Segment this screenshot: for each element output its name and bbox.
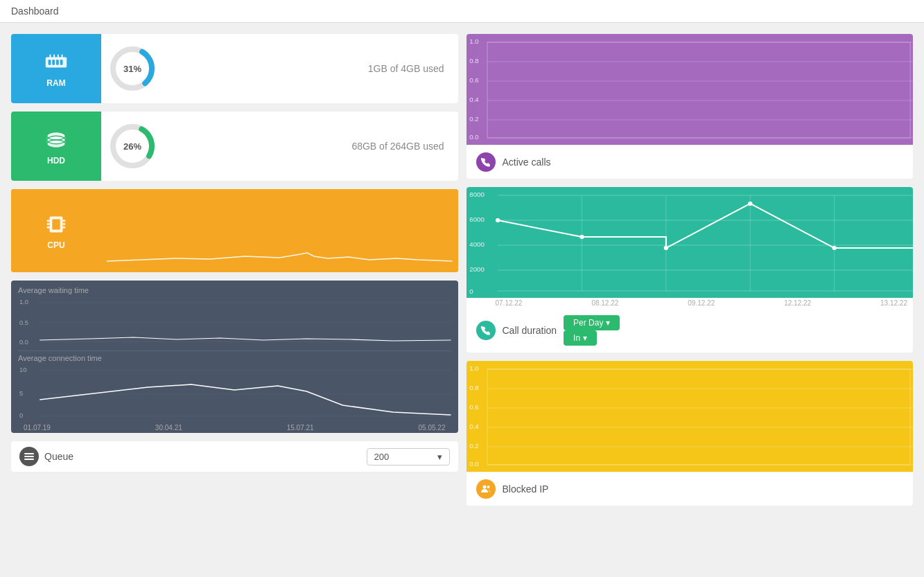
svg-text:1.0: 1.0: [469, 38, 478, 45]
svg-rect-4: [60, 60, 63, 65]
in-chevron: ▾: [583, 333, 587, 343]
users-icon: [480, 483, 491, 495]
svg-rect-26: [63, 223, 66, 225]
in-select[interactable]: In ▾: [564, 330, 597, 346]
cd-x5: 13.12.22: [880, 299, 907, 307]
queue-label-section: Queue: [19, 447, 367, 466]
per-day-label: Per Day: [573, 318, 603, 328]
connection-chart-svg: 10 5 0: [18, 365, 451, 420]
svg-rect-6: [53, 55, 55, 59]
right-column: 1.0 0.8 0.6 0.4 0.2 0.0: [467, 34, 914, 506]
svg-point-74: [832, 246, 836, 250]
ram-percent: 31%: [123, 64, 141, 74]
cd-x2: 08.12.22: [591, 299, 618, 307]
cd-x1: 07.12.22: [496, 299, 523, 307]
cpu-chart-svg: [107, 211, 453, 267]
x-label-3: 15.07.21: [287, 424, 314, 432]
svg-rect-21: [52, 219, 60, 229]
queue-text: Queue: [44, 451, 73, 462]
main-layout: RAM 31% 1GB of 4GB used: [0, 23, 924, 517]
blocked-ip-icon: [476, 479, 496, 499]
svg-rect-41: [24, 456, 34, 457]
active-calls-phone-icon: [476, 152, 496, 172]
svg-point-72: [663, 246, 668, 250]
svg-text:2000: 2000: [469, 266, 484, 273]
svg-rect-3: [56, 60, 59, 65]
svg-rect-55: [487, 42, 910, 138]
svg-rect-8: [62, 55, 63, 59]
cpu-card: CPU: [11, 189, 458, 272]
cd-x4: 12.12.22: [784, 299, 811, 307]
cd-x3: 09.12.22: [688, 299, 715, 307]
per-day-select[interactable]: Per Day ▾: [564, 315, 620, 330]
call-duration-svg: 8000 6000 4000 2000 0: [467, 187, 914, 298]
svg-text:6000: 6000: [469, 216, 484, 223]
ram-donut: 31%: [101, 44, 164, 94]
phone-icon: [481, 157, 491, 167]
blocked-ip-chart: 1.0 0.8 0.6 0.4 0.2 0.0: [467, 361, 914, 472]
svg-text:0.4: 0.4: [469, 423, 478, 430]
call-duration-phone-icon: [476, 321, 496, 340]
hdd-info: 68GB of 264GB used: [164, 141, 458, 152]
connection-chart-section: Average connection time 10 5 0: [18, 354, 451, 423]
svg-rect-23: [47, 223, 50, 225]
cpu-chart-area: [101, 189, 458, 272]
hdd-donut: 26%: [101, 121, 164, 171]
svg-text:0.0: 0.0: [19, 339, 28, 346]
call-duration-footer: Call duration Per Day ▾ In ▾: [467, 308, 914, 353]
svg-rect-7: [58, 55, 59, 59]
queue-value: 200: [374, 452, 390, 462]
x-label-2: 30.04.21: [155, 424, 182, 432]
svg-text:0.0: 0.0: [469, 461, 478, 468]
svg-text:8000: 8000: [469, 191, 484, 198]
queue-icon: [19, 447, 39, 466]
call-duration-controls: Per Day ▾ In ▾: [564, 315, 620, 346]
svg-text:10: 10: [19, 366, 26, 373]
x-label-4: 05.05.22: [419, 424, 446, 432]
ram-icon: [43, 49, 69, 76]
left-column: RAM 31% 1GB of 4GB used: [11, 34, 458, 506]
svg-rect-27: [63, 227, 66, 229]
ram-info: 1GB of 4GB used: [164, 63, 458, 74]
svg-text:0.5: 0.5: [19, 319, 28, 326]
svg-text:0.2: 0.2: [469, 443, 478, 450]
svg-point-70: [495, 218, 499, 222]
connection-chart-label: Average connection time: [18, 354, 451, 362]
svg-rect-24: [47, 227, 50, 229]
in-label: In: [573, 333, 580, 343]
call-duration-card: 8000 6000 4000 2000 0: [467, 187, 914, 353]
cpu-label: CPU: [47, 240, 64, 250]
active-calls-chart: 1.0 0.8 0.6 0.4 0.2 0.0: [467, 34, 914, 145]
blocked-ip-svg: 1.0 0.8 0.6 0.4 0.2 0.0: [467, 361, 914, 472]
active-calls-footer: Active calls: [467, 145, 914, 179]
waiting-chart-label: Average waiting time: [18, 286, 451, 294]
svg-text:0.6: 0.6: [469, 404, 478, 411]
hdd-icon: [43, 127, 69, 153]
svg-point-89: [487, 486, 489, 488]
svg-point-73: [748, 202, 752, 206]
svg-rect-87: [487, 369, 910, 465]
svg-text:0: 0: [469, 288, 473, 295]
hdd-label: HDD: [47, 156, 65, 166]
svg-text:0.2: 0.2: [469, 116, 478, 123]
ram-card: RAM 31% 1GB of 4GB used: [11, 34, 458, 103]
queue-select[interactable]: 200 ▾: [367, 448, 450, 465]
svg-text:0.8: 0.8: [469, 57, 478, 64]
page-title: Dashboard: [11, 6, 59, 17]
active-calls-svg: 1.0 0.8 0.6 0.4 0.2 0.0: [467, 34, 914, 145]
svg-text:1.0: 1.0: [19, 299, 28, 305]
svg-text:5: 5: [19, 390, 23, 397]
active-calls-card: 1.0 0.8 0.6 0.4 0.2 0.0: [467, 34, 914, 179]
top-bar: Dashboard: [0, 0, 924, 23]
active-calls-label: Active calls: [503, 157, 551, 168]
hdd-card: HDD 26% 68GB of 264GB used: [11, 112, 458, 181]
blocked-ip-card: 1.0 0.8 0.6 0.4 0.2 0.0: [467, 361, 914, 506]
svg-text:0.8: 0.8: [469, 384, 478, 391]
per-day-chevron: ▾: [606, 318, 610, 328]
svg-rect-40: [24, 453, 34, 454]
cpu-icon: [43, 211, 69, 238]
call-duration-chart: 8000 6000 4000 2000 0: [467, 187, 914, 298]
chart-divider: [18, 350, 451, 351]
svg-text:0: 0: [19, 412, 23, 419]
waiting-chart-section: Average waiting time 1.0 0.5 0.0: [18, 286, 451, 348]
